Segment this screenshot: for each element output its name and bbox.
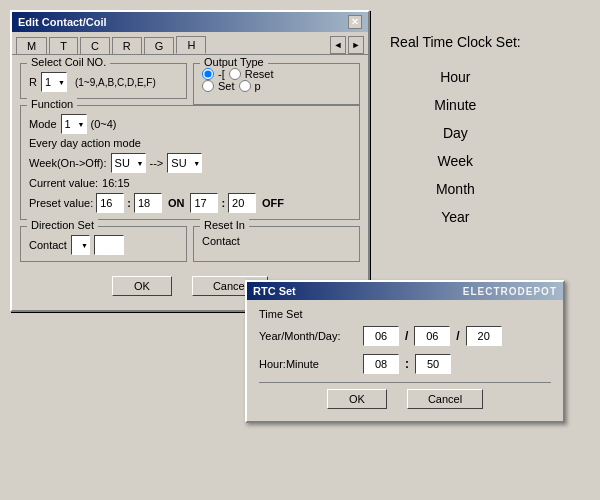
direction-group-title: Direction Set — [27, 219, 98, 231]
main-title-bar: Edit Contact/Coil ✕ — [12, 12, 368, 32]
direction-contact-label: Contact — [29, 239, 67, 251]
coil-row: R 1 (1~9,A,B,C,D,E,F) — [29, 72, 178, 92]
rtc-body: Time Set Year/Month/Day: / / Hour:Minute… — [247, 300, 563, 421]
radio-set-label: Set — [218, 80, 235, 92]
direction-group: Direction Set Contact — [20, 226, 187, 262]
rtc-slash2: / — [456, 329, 459, 343]
reset-group: Reset In Contact — [193, 226, 360, 262]
rtc-items-list: Hour Minute Day Week Month Year — [390, 63, 521, 231]
on-label: ON — [168, 197, 185, 209]
mode-row: Mode 1 (0~4) — [29, 114, 351, 134]
close-button[interactable]: ✕ — [348, 15, 362, 29]
off-label: OFF — [262, 197, 284, 209]
radio-dash-label: -[ — [218, 68, 225, 80]
radio-reset-label: Reset — [245, 68, 274, 80]
preset-off-hour-input[interactable] — [190, 193, 218, 213]
coil-group: Select Coil NO. R 1 (1~9,A,B,C,D,E,F) — [20, 63, 187, 99]
rtc-week-label: Week — [390, 147, 521, 175]
output-type-title: Output Type — [200, 56, 268, 68]
rtc-dialog: RTC Set ELECTRODEPOT Time Set Year/Month… — [245, 280, 565, 423]
rtc-day-label: Day — [390, 119, 521, 147]
tab-G[interactable]: G — [144, 37, 175, 54]
tab-T[interactable]: T — [49, 37, 78, 54]
tab-R[interactable]: R — [112, 37, 142, 54]
week-row: Week(On->Off): SU --> SU — [29, 153, 351, 173]
current-value-row: Current value: 16:15 — [29, 177, 351, 189]
rtc-brand: ELECTRODEPOT — [463, 286, 557, 297]
rtc-year-label: Year — [390, 203, 521, 231]
rtc-month-input[interactable] — [414, 326, 450, 346]
preset-off-min-input[interactable] — [228, 193, 256, 213]
main-window-title: Edit Contact/Coil — [18, 16, 107, 28]
week-from-select[interactable]: SU — [111, 153, 146, 173]
rtc-time-row: Hour:Minute : — [259, 354, 551, 374]
tabs-row: M T C R G H ◄ ► — [12, 32, 368, 55]
week-from-wrap: SU — [111, 153, 146, 173]
radio-dash[interactable] — [202, 68, 214, 80]
rtc-date-row: Year/Month/Day: / / — [259, 326, 551, 346]
rtc-dialog-title: RTC Set — [253, 285, 296, 297]
direction-select[interactable] — [71, 235, 90, 255]
current-value-display: 16:15 — [102, 177, 130, 189]
radio-p-label: p — [255, 80, 261, 92]
radio-set[interactable] — [202, 80, 214, 92]
tab-next-button[interactable]: ► — [348, 36, 364, 54]
mode-select[interactable]: 1 — [61, 114, 87, 134]
mode-hint: (0~4) — [91, 118, 117, 130]
preset-off-colon: : — [221, 197, 225, 209]
rtc-time-label: Hour:Minute — [259, 358, 359, 370]
title-bar-buttons: ✕ — [348, 15, 362, 29]
rtc-month-label: Month — [390, 175, 521, 203]
rtc-hour-label: Hour — [390, 63, 521, 91]
rtc-year-input[interactable] — [363, 326, 399, 346]
coil-select-wrap: 1 — [41, 72, 67, 92]
output-type-radio-row1: -[ Reset — [202, 68, 351, 80]
rtc-slash1: / — [405, 329, 408, 343]
direction-row: Contact — [29, 235, 178, 255]
mode-select-wrap: 1 — [61, 114, 87, 134]
mode-label: Mode — [29, 118, 57, 130]
rtc-info-title: Real Time Clock Set: — [390, 30, 521, 55]
coil-hint: (1~9,A,B,C,D,E,F) — [75, 77, 156, 88]
rtc-section-title: Time Set — [259, 308, 551, 320]
radio-p[interactable] — [239, 80, 251, 92]
rtc-minute-label: Minute — [390, 91, 521, 119]
rtc-time-colon: : — [405, 357, 409, 371]
rtc-day-input[interactable] — [466, 326, 502, 346]
rtc-hour-input[interactable] — [363, 354, 399, 374]
mode-description: Every day action mode — [29, 137, 351, 149]
preset-on-colon: : — [127, 197, 131, 209]
rtc-cancel-button[interactable]: Cancel — [407, 389, 483, 409]
function-group: Function Mode 1 (0~4) Every day action m… — [20, 105, 360, 220]
rtc-ok-button[interactable]: OK — [327, 389, 387, 409]
tab-C[interactable]: C — [80, 37, 110, 54]
week-to-select[interactable]: SU — [167, 153, 202, 173]
main-ok-button[interactable]: OK — [112, 276, 172, 296]
tab-M[interactable]: M — [16, 37, 47, 54]
output-type-group: Output Type -[ Reset Set p — [193, 63, 360, 105]
tab-nav: ◄ ► — [330, 36, 364, 54]
window-body: Select Coil NO. R 1 (1~9,A,B,C,D,E,F) Ou… — [12, 55, 368, 310]
current-value-label: Current value: — [29, 177, 98, 189]
tab-H[interactable]: H — [176, 36, 206, 54]
preset-value-row: Preset value: : ON : OFF — [29, 193, 351, 213]
radio-reset[interactable] — [229, 68, 241, 80]
rtc-title-bar: RTC Set ELECTRODEPOT — [247, 282, 563, 300]
rtc-minute-input[interactable] — [415, 354, 451, 374]
tab-prev-button[interactable]: ◄ — [330, 36, 346, 54]
reset-contact-label: Contact — [202, 235, 240, 247]
week-label: Week(On->Off): — [29, 157, 107, 169]
bottom-groups: Direction Set Contact Reset In Contact — [20, 226, 360, 268]
preset-value-label: Preset value: — [29, 197, 93, 209]
rtc-btn-row: OK Cancel — [259, 389, 551, 413]
preset-on-min-input[interactable] — [134, 193, 162, 213]
coil-select[interactable]: 1 — [41, 72, 67, 92]
direction-value-input[interactable] — [94, 235, 124, 255]
main-window: Edit Contact/Coil ✕ M T C R G H ◄ ► Sele… — [10, 10, 370, 312]
week-to-wrap: SU — [167, 153, 202, 173]
preset-on-hour-input[interactable] — [96, 193, 124, 213]
output-type-radio-row2: Set p — [202, 80, 351, 92]
reset-group-title: Reset In — [200, 219, 249, 231]
reset-row: Contact — [202, 235, 351, 247]
separator — [259, 382, 551, 383]
